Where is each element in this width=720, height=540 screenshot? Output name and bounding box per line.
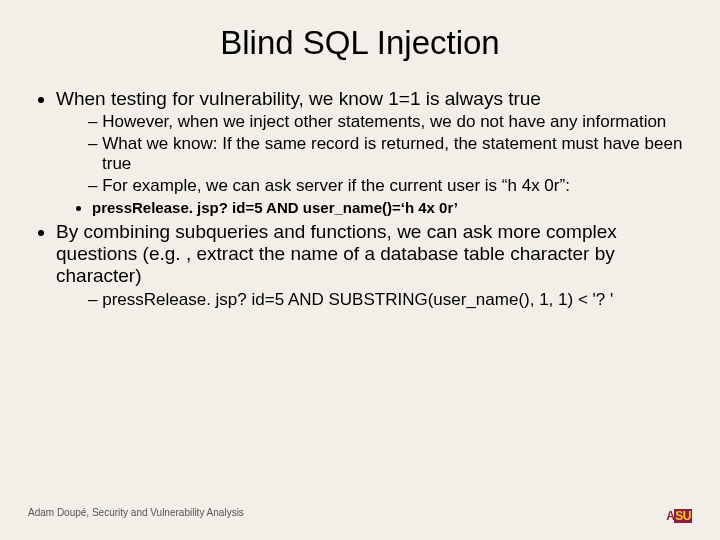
footer-credit: Adam Doupé, Security and Vulnerability A… [28, 507, 244, 518]
bullet-1-text: When testing for vulnerability, we know … [56, 88, 541, 109]
bullet-2-sublist: pressRelease. jsp? id=5 AND SUBSTRING(us… [56, 290, 692, 310]
bullet-1: When testing for vulnerability, we know … [56, 88, 692, 217]
bullet-1-code: pressRelease. jsp? id=5 AND user_name()=… [92, 199, 692, 216]
bullet-1-sub-3: For example, we can ask server if the cu… [88, 176, 692, 196]
bullet-1-code-list: pressRelease. jsp? id=5 AND user_name()=… [56, 199, 692, 216]
bullet-2-text: By combining subqueries and functions, w… [56, 221, 617, 287]
bullet-2: By combining subqueries and functions, w… [56, 221, 692, 310]
bullet-1-sub-1: However, when we inject other statements… [88, 112, 692, 132]
slide: Blind SQL Injection When testing for vul… [0, 0, 720, 540]
bullet-2-sub-1: pressRelease. jsp? id=5 AND SUBSTRING(us… [88, 290, 692, 310]
bullet-1-sub-2: What we know: If the same record is retu… [88, 134, 692, 173]
bullet-list: When testing for vulnerability, we know … [28, 88, 692, 309]
asu-logo: ASU [666, 511, 692, 522]
logo-su: SU [674, 509, 692, 523]
bullet-1-sublist: However, when we inject other statements… [56, 112, 692, 195]
slide-title: Blind SQL Injection [28, 24, 692, 62]
